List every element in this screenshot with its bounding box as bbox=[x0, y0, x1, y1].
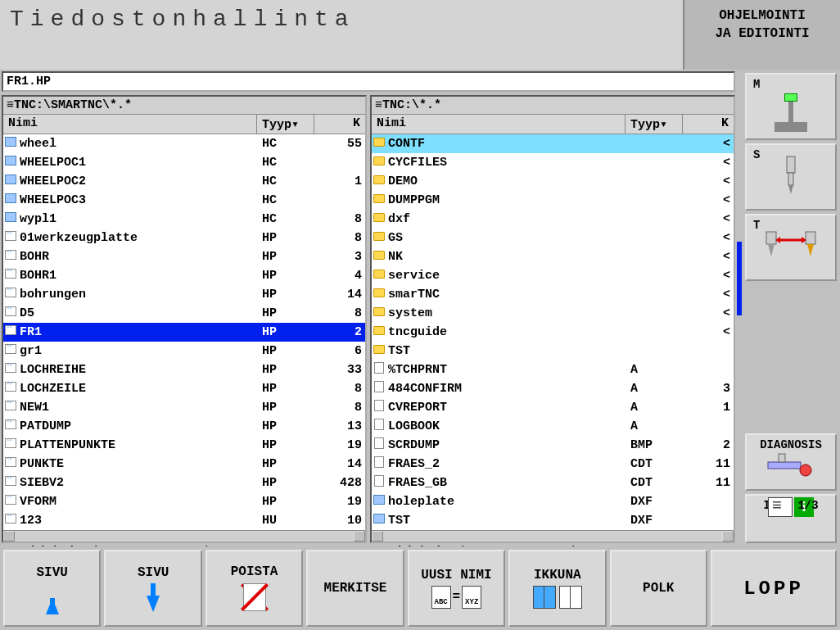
file-row[interactable]: tncguide < bbox=[372, 323, 734, 342]
file-row[interactable]: LOCHREIHE HP 33 bbox=[3, 360, 365, 379]
file-icon bbox=[372, 437, 386, 453]
file-row[interactable]: WHEELPOC2 HC 1 bbox=[3, 172, 365, 191]
file-row[interactable]: TST DXF bbox=[372, 511, 734, 530]
right-path: ≡TNC:\*.* bbox=[372, 97, 734, 115]
scrollbar[interactable] bbox=[3, 530, 365, 542]
file-icon bbox=[372, 193, 386, 207]
delete-button[interactable]: POISTA bbox=[205, 550, 303, 627]
tool-button[interactable]: T bbox=[745, 214, 837, 281]
file-row[interactable]: LOGBOOK A bbox=[372, 417, 734, 436]
file-row[interactable]: NK < bbox=[372, 247, 734, 266]
file-row[interactable]: LOCHZEILE HP 8 bbox=[3, 379, 365, 398]
svg-rect-1 bbox=[788, 173, 793, 185]
file-row[interactable]: wypl1 HC 8 bbox=[3, 210, 365, 229]
file-icon bbox=[3, 231, 18, 245]
tool-change-icon bbox=[747, 228, 835, 273]
file-row[interactable]: TST bbox=[372, 342, 734, 360]
file-row[interactable]: %TCHPRNT A bbox=[372, 360, 734, 379]
file-icon bbox=[372, 269, 386, 283]
file-icon bbox=[3, 325, 18, 339]
file-row[interactable]: system < bbox=[372, 304, 734, 323]
file-row[interactable]: gr1 HP 6 bbox=[3, 342, 365, 360]
file-row[interactable]: VFORM HP 19 bbox=[3, 492, 365, 511]
file-row[interactable]: SCRDUMP BMP 2 bbox=[372, 436, 734, 455]
file-icon bbox=[3, 401, 18, 415]
file-icon bbox=[3, 288, 18, 301]
file-icon bbox=[372, 137, 386, 151]
file-icon bbox=[372, 156, 386, 170]
diagnosis-icon bbox=[747, 450, 835, 478]
file-icon bbox=[3, 495, 18, 509]
file-row[interactable]: PATDUMP HP 13 bbox=[3, 417, 365, 436]
file-icon bbox=[372, 419, 386, 434]
left-file-panel[interactable]: ≡TNC:\SMARTNC\*.* Nimi Tyyp▾ K wheel HC … bbox=[2, 95, 367, 543]
file-icon bbox=[3, 306, 18, 320]
file-row[interactable]: FRAES_GB CDT 11 bbox=[372, 474, 734, 492]
spindle-button[interactable]: S bbox=[745, 143, 837, 211]
svg-marker-2 bbox=[788, 185, 793, 194]
file-row[interactable]: WHEELPOC1 HC bbox=[3, 153, 365, 172]
file-row[interactable]: DEMO < bbox=[372, 172, 734, 191]
left-file-list[interactable]: wheel HC 55 WHEELPOC1 HC WHEELPOC2 HC 1 … bbox=[3, 134, 365, 530]
file-row[interactable]: service < bbox=[372, 266, 734, 285]
file-icon bbox=[3, 212, 18, 226]
right-file-panel[interactable]: ≡TNC:\*.* Nimi Tyyp▾ K CONTF < CYCFILES … bbox=[370, 95, 735, 543]
status-line: 94 Objektit / 2541.3KTavua / 39713.2MTav… bbox=[0, 545, 737, 546]
file-row[interactable]: PLATTENPUNKTE HP 19 bbox=[3, 436, 365, 455]
file-row[interactable]: PUNKTE HP 14 bbox=[3, 455, 365, 474]
file-row[interactable]: 01werkzeugplatte HP 8 bbox=[3, 229, 365, 247]
svg-rect-5 bbox=[806, 232, 815, 244]
svg-rect-3 bbox=[766, 232, 776, 244]
file-icon bbox=[372, 212, 386, 226]
file-row[interactable]: CYCFILES < bbox=[372, 153, 734, 172]
file-row[interactable]: BOHR HP 3 bbox=[3, 247, 365, 266]
file-icon bbox=[3, 137, 18, 151]
diagnosis-button[interactable]: DIAGNOSIS bbox=[745, 433, 837, 491]
page-up-button[interactable]: SIVU bbox=[3, 550, 101, 627]
file-row[interactable]: SIEBV2 HP 428 bbox=[3, 474, 365, 492]
file-row[interactable]: 123 HU 10 bbox=[3, 511, 365, 530]
file-row[interactable]: D5 HP 8 bbox=[3, 304, 365, 323]
file-row[interactable]: holeplate DXF bbox=[372, 492, 734, 511]
file-row[interactable]: NEW1 HP 8 bbox=[3, 398, 365, 417]
file-icon bbox=[372, 514, 386, 528]
delete-x-icon bbox=[240, 582, 269, 612]
side-indicator bbox=[737, 70, 742, 546]
page-down-button[interactable]: SIVU bbox=[104, 550, 201, 627]
rename-button[interactable]: UUSI NIMI ABC=XYZ bbox=[408, 550, 505, 627]
file-row[interactable]: GS < bbox=[372, 229, 734, 247]
file-row[interactable]: FR1 HP 2 bbox=[3, 323, 365, 342]
window-button[interactable]: IKKUNA bbox=[508, 550, 606, 627]
file-row[interactable]: FRAES_2 CDT 11 bbox=[372, 455, 734, 474]
file-row[interactable]: CVREPORT A 1 bbox=[372, 398, 734, 417]
svg-rect-11 bbox=[779, 454, 785, 462]
file-row[interactable]: dxf < bbox=[372, 210, 734, 229]
info-button[interactable]: INFO 1/3 i bbox=[745, 494, 837, 543]
file-icon bbox=[3, 344, 18, 358]
file-icon bbox=[3, 476, 18, 490]
file-icon bbox=[3, 363, 18, 377]
file-icon bbox=[372, 381, 386, 397]
left-headers[interactable]: Nimi Tyyp▾ K bbox=[3, 115, 365, 134]
rename-icon: ABC=XYZ bbox=[431, 586, 482, 609]
scrollbar[interactable] bbox=[372, 530, 734, 542]
file-row[interactable]: 484CONFIRM A 3 bbox=[372, 379, 734, 398]
path-button[interactable]: POLK bbox=[610, 550, 707, 627]
right-headers[interactable]: Nimi Tyyp▾ K bbox=[372, 115, 734, 134]
arrow-down-icon bbox=[147, 596, 160, 612]
mark-button[interactable]: MERKITSE bbox=[306, 550, 404, 627]
file-row[interactable]: bohrungen HP 14 bbox=[3, 285, 365, 304]
file-row[interactable]: wheel HC 55 bbox=[3, 134, 365, 153]
file-row[interactable]: WHEELPOC3 HC bbox=[3, 191, 365, 210]
file-row[interactable]: smarTNC < bbox=[372, 285, 734, 304]
right-file-list[interactable]: CONTF < CYCFILES < DEMO < DUMPPGM < dxf … bbox=[372, 134, 734, 530]
machine-button[interactable]: M bbox=[745, 73, 837, 140]
file-row[interactable]: CONTF < bbox=[372, 134, 734, 153]
end-button[interactable]: LOPP bbox=[711, 550, 837, 627]
file-row[interactable]: BOHR1 HP 4 bbox=[3, 266, 365, 285]
file-icon bbox=[3, 156, 18, 170]
file-row[interactable]: DUMPPGM < bbox=[372, 191, 734, 210]
file-icon bbox=[372, 495, 386, 509]
file-icon bbox=[3, 514, 18, 528]
svg-marker-6 bbox=[807, 244, 814, 256]
